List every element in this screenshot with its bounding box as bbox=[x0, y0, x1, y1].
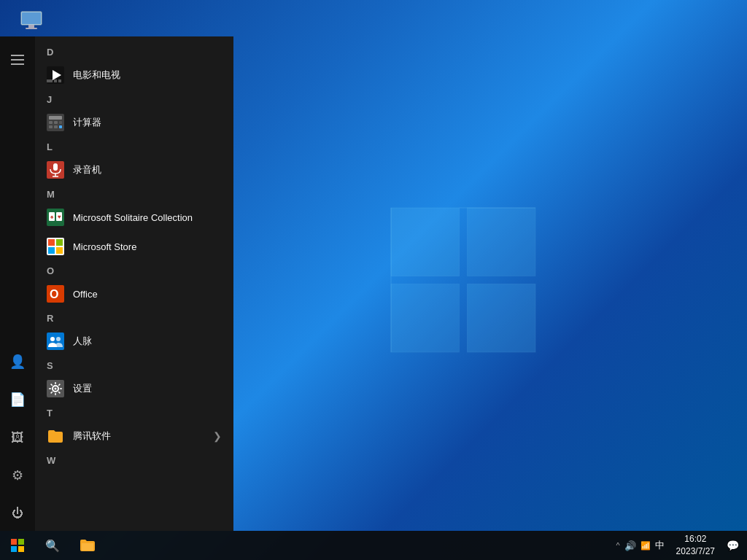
hamburger-menu-button[interactable] bbox=[0, 42, 35, 77]
svg-rect-14 bbox=[58, 79, 61, 82]
settings-icon: ⚙ bbox=[12, 467, 23, 483]
svg-rect-8 bbox=[28, 25, 34, 28]
solitaire-label: Microsoft Solitaire Collection bbox=[73, 212, 193, 223]
svg-rect-20 bbox=[49, 125, 53, 128]
search-button[interactable]: 🔍 bbox=[35, 531, 70, 560]
image-icon: 🖼 bbox=[11, 430, 24, 446]
movies-tv-icon bbox=[47, 66, 64, 84]
svg-point-44 bbox=[55, 388, 57, 390]
sidebar-image-button[interactable]: 🖼 bbox=[0, 420, 35, 455]
office-label: Office bbox=[73, 289, 98, 300]
sidebar-document-button[interactable]: 📄 bbox=[0, 382, 35, 417]
svg-rect-22 bbox=[59, 125, 62, 128]
clock[interactable]: 16:02 2023/7/27 bbox=[670, 531, 721, 560]
start-button[interactable] bbox=[0, 531, 35, 560]
contacts-label: 人脉 bbox=[73, 335, 92, 348]
svg-point-41 bbox=[56, 337, 61, 341]
power-icon: ⏻ bbox=[12, 507, 23, 520]
svg-rect-35 bbox=[48, 247, 55, 254]
section-letter-o: O bbox=[35, 261, 233, 279]
section-letter-t: T bbox=[35, 403, 233, 421]
movies-tv-label: 电影和电视 bbox=[73, 69, 120, 82]
system-tray: ^ 🔊 📶 中 bbox=[610, 539, 670, 552]
hamburger-icon bbox=[8, 52, 27, 68]
tencent-folder-icon bbox=[47, 427, 64, 445]
file-explorer-icon bbox=[79, 538, 96, 553]
section-letter-j: J bbox=[35, 90, 233, 108]
recorder-icon bbox=[47, 161, 64, 179]
volume-icon[interactable]: 🔊 bbox=[624, 540, 636, 551]
start-sidebar: 👤 📄 🖼 ⚙ ⏻ bbox=[0, 36, 35, 531]
sidebar-settings-button[interactable]: ⚙ bbox=[0, 458, 35, 493]
svg-rect-47 bbox=[11, 546, 17, 552]
windows-logo-watermark bbox=[383, 200, 543, 360]
svg-rect-13 bbox=[54, 79, 57, 82]
ms-store-icon bbox=[47, 238, 64, 255]
windows-start-icon bbox=[11, 539, 24, 552]
svg-rect-19 bbox=[59, 121, 62, 124]
this-pc-icon bbox=[18, 10, 47, 34]
svg-rect-34 bbox=[56, 239, 63, 246]
clock-date: 2023/7/27 bbox=[676, 545, 715, 558]
tencent-folder-item[interactable]: 腾讯软件 ❯ bbox=[35, 421, 233, 451]
section-letter-d: D bbox=[35, 42, 233, 61]
folder-expand-icon: ❯ bbox=[213, 430, 222, 442]
clock-time: 16:02 bbox=[684, 533, 706, 545]
svg-rect-16 bbox=[49, 116, 62, 120]
section-letter-s: S bbox=[35, 356, 233, 374]
svg-rect-33 bbox=[48, 239, 55, 246]
svg-text:♥: ♥ bbox=[58, 214, 61, 220]
app-list: D 电影和电视 J bbox=[35, 36, 233, 531]
settings-label: 设置 bbox=[73, 382, 92, 395]
calculator-item[interactable]: 计算器 bbox=[35, 108, 233, 137]
contacts-item[interactable]: 人脉 bbox=[35, 327, 233, 356]
svg-rect-39 bbox=[47, 332, 64, 350]
sidebar-user-button[interactable]: 👤 bbox=[0, 344, 35, 379]
office-icon: O bbox=[47, 285, 64, 303]
start-menu: 👤 📄 🖼 ⚙ ⏻ D bbox=[0, 36, 233, 531]
svg-rect-48 bbox=[18, 546, 24, 552]
ms-store-item[interactable]: Microsoft Store bbox=[35, 232, 233, 261]
svg-marker-2 bbox=[391, 284, 460, 353]
office-item[interactable]: O Office bbox=[35, 279, 233, 308]
notification-icon: 💬 bbox=[727, 540, 739, 551]
section-letter-l: L bbox=[35, 137, 233, 155]
svg-rect-21 bbox=[54, 125, 58, 128]
svg-point-40 bbox=[50, 337, 55, 341]
file-explorer-taskbar[interactable] bbox=[70, 531, 105, 560]
solitaire-icon: ♠ ♥ bbox=[47, 209, 64, 226]
svg-rect-24 bbox=[53, 163, 58, 171]
movies-tv-item[interactable]: 电影和电视 bbox=[35, 61, 233, 90]
svg-rect-46 bbox=[18, 539, 24, 545]
search-icon: 🔍 bbox=[45, 539, 60, 553]
sidebar-power-button[interactable]: ⏻ bbox=[0, 496, 35, 531]
section-letter-w: W bbox=[35, 451, 233, 469]
solitaire-item[interactable]: ♠ ♥ Microsoft Solitaire Collection bbox=[35, 203, 233, 232]
notification-button[interactable]: 💬 bbox=[721, 531, 744, 560]
desktop: 此电脑 👤 📄 🖼 bbox=[0, 0, 747, 560]
user-icon: 👤 bbox=[9, 354, 26, 370]
svg-rect-7 bbox=[22, 12, 41, 24]
svg-marker-1 bbox=[467, 208, 535, 276]
chevron-up-icon[interactable]: ^ bbox=[616, 541, 619, 550]
settings-item[interactable]: 设置 bbox=[35, 374, 233, 403]
svg-rect-12 bbox=[47, 79, 53, 82]
ime-indicator[interactable]: 中 bbox=[655, 539, 665, 552]
recorder-label: 录音机 bbox=[73, 163, 101, 176]
document-icon: 📄 bbox=[9, 392, 26, 408]
svg-marker-3 bbox=[467, 284, 535, 353]
recorder-item[interactable]: 录音机 bbox=[35, 155, 233, 184]
calculator-icon bbox=[47, 114, 64, 131]
taskbar-right: ^ 🔊 📶 中 16:02 2023/7/27 💬 bbox=[610, 531, 747, 560]
svg-rect-18 bbox=[54, 121, 58, 124]
network-icon[interactable]: 📶 bbox=[640, 541, 651, 551]
svg-rect-49 bbox=[82, 543, 93, 551]
svg-rect-45 bbox=[11, 539, 17, 545]
calculator-label: 计算器 bbox=[73, 116, 101, 129]
settings-icon bbox=[47, 380, 64, 397]
tencent-folder-label: 腾讯软件 bbox=[73, 429, 111, 443]
ms-store-label: Microsoft Store bbox=[73, 241, 136, 252]
section-letter-m: M bbox=[35, 184, 233, 203]
svg-rect-17 bbox=[49, 121, 53, 124]
taskbar: 🔍 ^ 🔊 📶 中 16:02 2023/7/27 bbox=[0, 531, 747, 560]
